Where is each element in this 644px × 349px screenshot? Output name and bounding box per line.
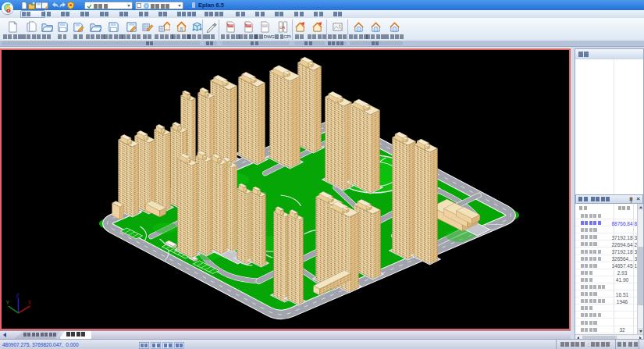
svg-text:Y: Y [6, 300, 10, 305]
svg-text:Z: Z [16, 293, 20, 298]
svg-text:X: X [28, 300, 32, 305]
svg-text:DWG: DWG [262, 24, 268, 27]
svg-text:CPI: CPI [279, 26, 285, 30]
